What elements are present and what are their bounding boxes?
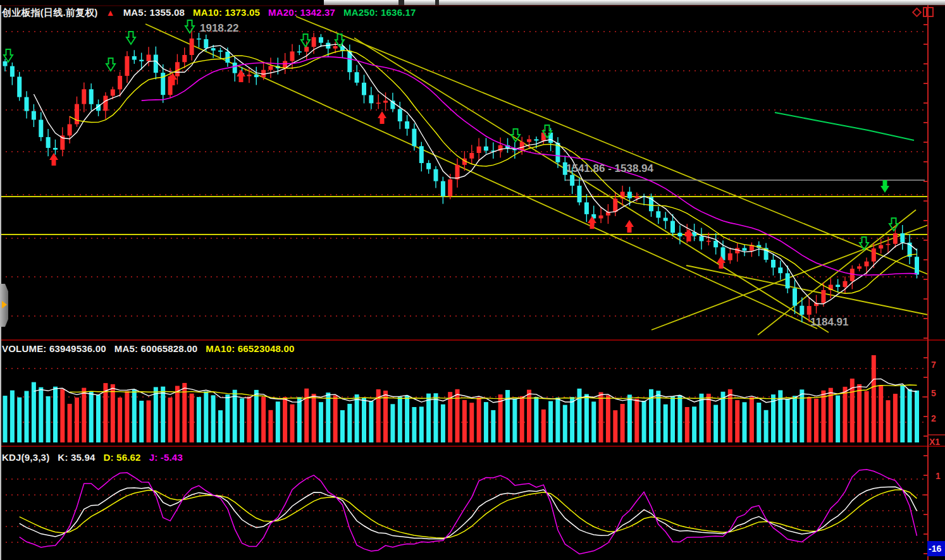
- titlebar-strip[interactable]: [324, 0, 945, 5]
- kdj-params: KDJ(9,3,3): [2, 452, 49, 463]
- expand-arrow-icon: [2, 301, 7, 308]
- titlebar-divider: [398, 0, 404, 5]
- stock-chart-app: 创业板指(日线.前复权)▲MA5: 1355.08MA10: 1373.05MA…: [0, 0, 945, 560]
- volume-axis-label: 7: [931, 360, 936, 370]
- volume-ma5-value: MA5: 60065828.00: [114, 343, 198, 354]
- range-price-label: 1541.86 - 1538.94: [566, 162, 653, 175]
- sidebar-expand-handle[interactable]: [0, 284, 8, 327]
- up-arrow-icon: ▲: [106, 8, 115, 18]
- window-panes-icon[interactable]: [923, 7, 934, 17]
- ma20-value: MA20: 1342.37: [268, 7, 335, 18]
- titlebar-divider: [435, 0, 439, 5]
- volume-axis-label: 2: [931, 413, 936, 423]
- volume-multiplier-label: X1: [929, 437, 940, 447]
- kdj-header: KDJ(9,3,3)K: 35.94D: 56.62J: -5.43: [2, 452, 191, 463]
- volume-header: VOLUME: 63949536.00MA5: 60065828.00MA10:…: [2, 343, 303, 354]
- ma10-value: MA10: 1373.05: [193, 7, 260, 18]
- main-chart-header: 创业板指(日线.前复权)▲MA5: 1355.08MA10: 1373.05MA…: [2, 7, 424, 19]
- volume-ma10-value: MA10: 66523048.00: [206, 343, 294, 354]
- volume-value: VOLUME: 63949536.00: [2, 343, 106, 354]
- ma250-value: MA250: 1636.17: [343, 7, 416, 18]
- ma5-value: MA5: 1355.08: [123, 7, 185, 18]
- kdj-j-value: J: -5.43: [149, 452, 183, 463]
- kdj-axis-label: 1: [936, 471, 941, 481]
- peak-price-label: 1918.22: [200, 22, 238, 35]
- kdj-d-value: D: 56.62: [104, 452, 141, 463]
- kdj-current-value-badge: -16: [927, 541, 945, 556]
- left-window-edge: [0, 5, 1, 560]
- window-pane-divider: [926, 8, 927, 16]
- low-price-label: 1184.91: [810, 316, 849, 329]
- kdj-k-value: K: 35.94: [58, 452, 95, 463]
- volume-axis-label: 5: [931, 388, 936, 398]
- symbol-title: 创业板指(日线.前复权): [2, 7, 98, 18]
- chart-canvas[interactable]: [0, 0, 945, 560]
